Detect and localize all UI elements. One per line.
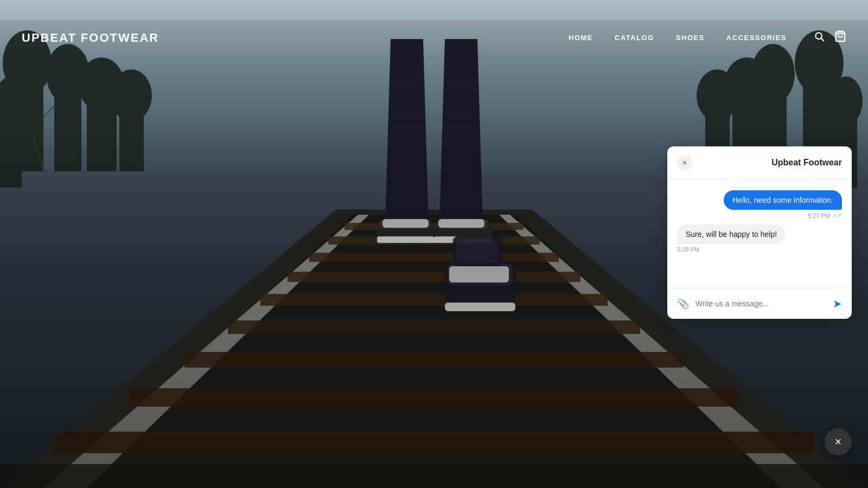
site-logo[interactable]: UPBEAT FOOTWEAR (22, 31, 159, 45)
message-bubble-out-1: Hello, need some information. (724, 190, 842, 210)
carousel-prev-arrow[interactable]: ← (16, 460, 29, 475)
search-icon[interactable] (814, 31, 825, 44)
main-nav: HOME CATALOG SHOES ACCESSORIES (569, 30, 846, 45)
cart-icon[interactable] (834, 30, 846, 45)
attach-icon: 📎 (677, 298, 689, 309)
message-time-2: 5:29 PM (677, 246, 699, 253)
chat-widget: × Upbeat Footwear Hello, need some infor… (667, 146, 852, 319)
chat-messages: Hello, need some information. 5:27 PM ✓✓… (667, 179, 852, 288)
carousel-next-arrow[interactable]: → (839, 460, 852, 475)
nav-item-accessories[interactable]: ACCESSORIES (726, 34, 787, 42)
carousel-dots (426, 466, 442, 472)
carousel-dot-1[interactable] (426, 466, 431, 472)
hero-subtitle: SHOES THAT SUIT YOUR STYLE (217, 170, 651, 178)
nav-item-catalog[interactable]: CATALOG (615, 34, 654, 42)
carousel-dot-2[interactable] (437, 466, 442, 472)
nav-icons (814, 30, 846, 45)
chat-float-close-button[interactable]: × (825, 428, 852, 455)
nav-item-home[interactable]: HOME (569, 34, 593, 42)
message-outgoing-1: Hello, need some information. 5:27 PM ✓✓ (724, 190, 842, 219)
double-check-icon: ✓✓ (832, 212, 842, 219)
message-time-1: 5:27 PM ✓✓ (808, 212, 842, 219)
chat-message-input[interactable] (695, 299, 826, 308)
float-close-icon: × (835, 435, 842, 449)
hero-title: Let your feet do the talking! (217, 187, 651, 273)
message-incoming-1: Sure, will be happy to help! 5:29 PM (677, 224, 786, 253)
chat-input-area: 📎 ➤ (667, 288, 852, 319)
shop-now-button[interactable]: SHOP NOW (384, 293, 484, 318)
chat-store-name: Upbeat Footwear (771, 158, 842, 168)
chat-attach-button[interactable]: 📎 (675, 296, 691, 312)
hero-content: SHOES THAT SUIT YOUR STYLE Let your feet… (217, 170, 651, 318)
site-header: UPBEAT FOOTWEAR HOME CATALOG SHOES ACCES… (0, 20, 868, 56)
chat-send-button[interactable]: ➤ (831, 295, 844, 312)
send-icon: ➤ (833, 298, 842, 310)
nav-item-shoes[interactable]: SHOES (676, 34, 705, 42)
chat-header: × Upbeat Footwear (667, 146, 852, 179)
close-icon: × (682, 158, 687, 167)
message-bubble-in-1: Sure, will be happy to help! (677, 224, 786, 244)
svg-line-1 (821, 38, 824, 41)
chat-close-button[interactable]: × (677, 155, 692, 170)
